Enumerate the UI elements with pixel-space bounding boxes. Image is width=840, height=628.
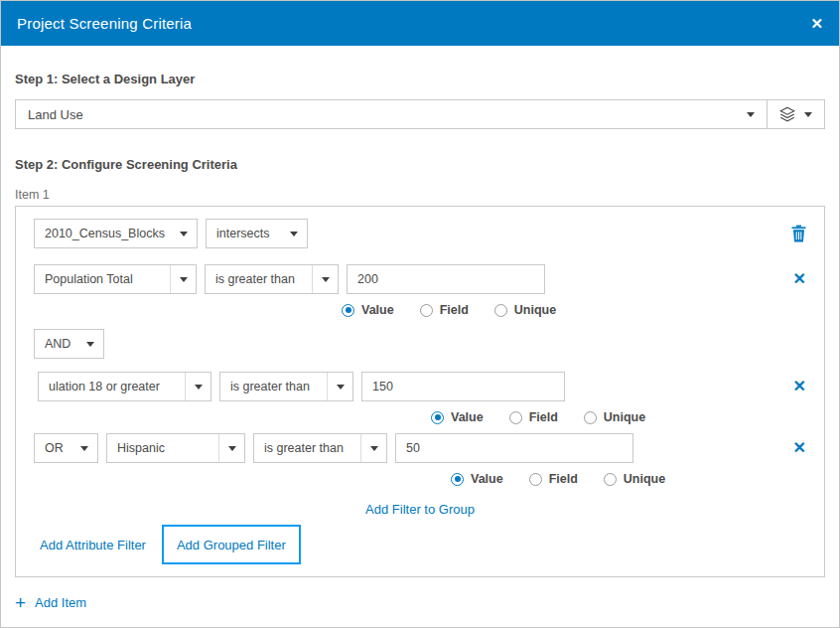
- filter-value-input[interactable]: [347, 264, 545, 294]
- step2-heading: Step 2: Configure Screening Criteria: [15, 157, 825, 172]
- screening-item-box: 2010_Census_Blocks intersects: [15, 206, 825, 577]
- radio-unselected-icon: [509, 411, 522, 424]
- project-screening-dialog: Project Screening Criteria ✕ Step 1: Sel…: [0, 0, 840, 628]
- radio-option-field[interactable]: Field: [509, 410, 558, 424]
- radio-option-value[interactable]: Value: [431, 410, 484, 424]
- layer-options-button[interactable]: [767, 100, 824, 128]
- chevron-down-icon: [170, 265, 196, 293]
- filter-field-dropdown[interactable]: ulation 18 or greater: [38, 372, 211, 401]
- chevron-down-icon: [281, 220, 307, 247]
- chevron-down-icon: [747, 112, 755, 117]
- connector-value: AND: [35, 330, 77, 358]
- add-filter-to-group-link[interactable]: Add Filter to Group: [365, 502, 475, 517]
- add-grouped-filter-link[interactable]: Add Grouped Filter: [177, 538, 286, 552]
- grouped-filter-row: ulation 18 or greater is greater than ✕: [38, 372, 806, 401]
- remove-filter-button[interactable]: ✕: [793, 440, 806, 456]
- spatial-filter-row: 2010_Census_Blocks intersects: [34, 219, 806, 248]
- radio-selected-icon: [342, 304, 354, 317]
- chevron-down-icon: [171, 220, 197, 247]
- radio-option-value[interactable]: Value: [342, 303, 394, 317]
- dialog-title: Project Screening Criteria: [17, 15, 810, 32]
- screening-layer-value: 2010_Census_Blocks: [35, 220, 171, 247]
- filter-operator-dropdown[interactable]: is greater than: [219, 372, 353, 401]
- step1-heading: Step 1: Select a Design Layer: [15, 72, 825, 86]
- filter-field-value: Hispanic: [107, 434, 218, 462]
- add-attribute-filter-link[interactable]: Add Attribute Filter: [40, 538, 146, 552]
- add-filter-to-group-row: Add Filter to Group: [34, 502, 806, 517]
- radio-label-unique: Unique: [604, 410, 645, 424]
- radio-unselected-icon: [604, 473, 617, 486]
- add-item-button[interactable]: + Add Item: [15, 593, 86, 612]
- plus-icon: +: [15, 593, 26, 612]
- filter-value-input[interactable]: [395, 433, 633, 463]
- screening-layer-dropdown[interactable]: 2010_Census_Blocks: [34, 219, 198, 248]
- filter-operator-dropdown[interactable]: is greater than: [205, 264, 339, 294]
- radio-label-value: Value: [471, 472, 503, 486]
- filter-field-value: ulation 18 or greater: [39, 373, 185, 400]
- radio-label-unique: Unique: [514, 303, 556, 317]
- spatial-operator-value: intersects: [207, 220, 281, 247]
- layers-icon: [779, 106, 795, 122]
- chevron-down-icon: [185, 373, 210, 400]
- radio-selected-icon: [451, 473, 464, 486]
- chevron-down-icon: [327, 373, 352, 400]
- radio-label-value: Value: [361, 303, 394, 317]
- add-grouped-filter-highlight: Add Grouped Filter: [162, 525, 301, 564]
- filter-operator-dropdown[interactable]: is greater than: [253, 433, 387, 463]
- spatial-operator-dropdown[interactable]: intersects: [206, 219, 308, 248]
- filter-field-value: Population Total: [35, 265, 170, 293]
- design-layer-control: Land Use: [15, 99, 825, 129]
- filter-operator-value: is greater than: [254, 434, 360, 462]
- connector-dropdown[interactable]: AND: [34, 329, 104, 359]
- close-icon: ✕: [793, 379, 806, 394]
- chevron-down-icon: [71, 434, 97, 462]
- design-layer-value: Land Use: [28, 107, 747, 122]
- value-type-radio-group: Value Field Unique: [451, 472, 806, 486]
- connector-row: AND: [34, 329, 806, 359]
- radio-unselected-icon: [584, 411, 597, 424]
- radio-unselected-icon: [529, 473, 542, 486]
- item-label: Item 1: [15, 188, 825, 202]
- radio-option-field[interactable]: Field: [529, 472, 578, 486]
- close-icon[interactable]: ✕: [810, 16, 823, 31]
- chevron-down-icon: [218, 434, 244, 462]
- radio-unselected-icon: [420, 304, 433, 317]
- dialog-content: Step 1: Select a Design Layer Land Use S…: [1, 46, 839, 627]
- attribute-filter-row: Population Total is greater than ✕: [34, 264, 806, 294]
- radio-option-field[interactable]: Field: [420, 303, 469, 317]
- delete-item-button[interactable]: [791, 225, 806, 242]
- close-icon: ✕: [793, 271, 806, 287]
- radio-label-field: Field: [529, 410, 558, 424]
- filter-operator-value: is greater than: [206, 265, 312, 293]
- add-item-label: Add Item: [35, 595, 86, 610]
- remove-filter-button[interactable]: ✕: [793, 379, 806, 394]
- chevron-down-icon: [360, 434, 386, 462]
- radio-option-unique[interactable]: Unique: [584, 410, 645, 424]
- radio-unselected-icon: [494, 304, 507, 317]
- radio-option-unique[interactable]: Unique: [494, 303, 556, 317]
- remove-filter-button[interactable]: ✕: [793, 271, 806, 287]
- grouped-filter-row: OR Hispanic is greater than ✕: [34, 433, 806, 463]
- radio-selected-icon: [431, 411, 444, 424]
- dialog-header: Project Screening Criteria ✕: [1, 1, 839, 46]
- filter-value-input[interactable]: [361, 372, 565, 401]
- close-icon: ✕: [793, 440, 806, 456]
- filter-operator-value: is greater than: [220, 373, 327, 400]
- chevron-down-icon: [312, 265, 338, 293]
- connector-dropdown[interactable]: OR: [34, 433, 98, 463]
- radio-label-field: Field: [440, 303, 469, 317]
- radio-option-unique[interactable]: Unique: [604, 472, 665, 486]
- radio-label-unique: Unique: [624, 472, 665, 486]
- design-layer-dropdown[interactable]: Land Use: [16, 100, 767, 128]
- filter-field-dropdown[interactable]: Hispanic: [106, 433, 245, 463]
- chevron-down-icon: [77, 330, 103, 358]
- value-type-radio-group: Value Field Unique: [342, 303, 806, 317]
- filter-field-dropdown[interactable]: Population Total: [34, 264, 197, 294]
- connector-value: OR: [35, 434, 71, 462]
- radio-label-value: Value: [451, 410, 484, 424]
- radio-option-value[interactable]: Value: [451, 472, 503, 486]
- trash-icon: [791, 225, 806, 242]
- radio-label-field: Field: [549, 472, 578, 486]
- chevron-down-icon: [804, 112, 812, 117]
- filter-actions-row: Add Attribute Filter Add Grouped Filter: [40, 525, 806, 564]
